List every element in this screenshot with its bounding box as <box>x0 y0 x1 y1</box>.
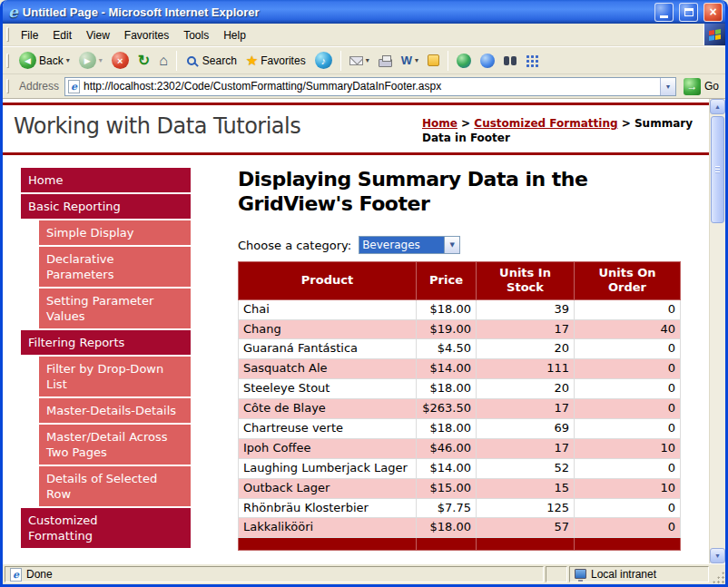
scroll-up-button[interactable]: ▲ <box>710 99 725 114</box>
menu-item-edit[interactable]: Edit <box>45 25 79 45</box>
address-dropdown-button[interactable]: ▼ <box>660 78 675 95</box>
sidebar-item-setting-parameter-values[interactable]: Setting Parameter Values <box>39 289 191 328</box>
footer-cell <box>477 538 575 551</box>
menu-item-view[interactable]: View <box>79 25 117 45</box>
back-dropdown-chevron-icon[interactable]: ▾ <box>66 56 70 64</box>
sidebar-item-master-details-details[interactable]: Master-Details-Details <box>39 398 191 423</box>
window-title: Untitled Page - Microsoft Internet Explo… <box>23 5 649 19</box>
table-cell: $46.00 <box>417 438 477 458</box>
category-selected-value: Beverages <box>359 237 444 253</box>
sidebar-item-home[interactable]: Home <box>21 168 191 192</box>
column-header-product: Product <box>239 262 417 300</box>
print-button[interactable] <box>375 53 396 69</box>
home-button[interactable]: ⌂ <box>155 52 172 70</box>
scrollbar-track[interactable] <box>710 114 725 548</box>
table-cell: 0 <box>575 379 681 399</box>
quick-launch-button[interactable] <box>522 53 542 69</box>
breadcrumb: Home > Customized Formatting > Summary D… <box>422 113 700 145</box>
mail-button[interactable]: ▾ <box>346 54 373 67</box>
go-arrow-icon: → <box>684 78 701 95</box>
globe-button[interactable] <box>453 52 475 70</box>
menubar-grip[interactable] <box>6 27 9 42</box>
go-label: Go <box>704 80 719 93</box>
menu-item-file[interactable]: File <box>14 25 45 45</box>
toolbar-grip[interactable] <box>6 54 9 68</box>
stop-button[interactable]: × <box>108 50 133 71</box>
mail-icon <box>349 56 363 65</box>
favorites-label: Favorites <box>261 54 305 67</box>
sidebar-item-simple-display[interactable]: Simple Display <box>39 220 191 245</box>
table-row: Chai$18.00390 <box>239 299 681 319</box>
forward-button[interactable]: ▶ ▾ <box>75 50 106 71</box>
sidebar-item-filtering-reports[interactable]: Filtering Reports <box>21 330 191 355</box>
table-row: Lakkalikööri$18.00570 <box>239 518 681 538</box>
close-button[interactable]: × <box>703 3 723 22</box>
table-cell: Lakkalikööri <box>239 518 417 538</box>
sidebar-item-basic-reporting[interactable]: Basic Reporting <box>21 194 191 219</box>
category-select[interactable]: Beverages ▼ <box>359 236 460 254</box>
sidebar-item-customized-formatting[interactable]: Customized Formatting <box>21 508 191 548</box>
edit-word-icon: W <box>401 54 412 67</box>
table-cell: 17 <box>477 319 575 339</box>
globe-icon <box>457 54 471 68</box>
menu-item-help[interactable]: Help <box>216 25 253 45</box>
research-button[interactable] <box>500 54 520 67</box>
edit-dropdown-chevron-icon[interactable]: ▾ <box>415 56 418 64</box>
table-row: Chang$19.001740 <box>239 319 681 339</box>
breadcrumb-separator: > <box>457 117 474 130</box>
favorites-button[interactable]: ★ Favorites <box>242 52 310 69</box>
addressbar-grip[interactable] <box>6 79 9 93</box>
table-cell: $263.50 <box>417 399 477 419</box>
table-cell: Chartreuse verte <box>239 419 417 439</box>
resize-grip[interactable] <box>712 571 724 583</box>
binoculars-icon <box>504 56 509 65</box>
scrollbar-thumb[interactable] <box>711 116 724 223</box>
media-button[interactable]: ♪ <box>311 50 336 71</box>
address-label: Address <box>19 80 59 93</box>
minimize-button[interactable] <box>654 3 674 22</box>
breadcrumb-link-customized-formatting[interactable]: Customized Formatting <box>474 117 617 130</box>
mail-dropdown-chevron-icon[interactable]: ▾ <box>366 56 369 64</box>
menu-item-favorites[interactable]: Favorites <box>117 25 176 45</box>
table-cell: 0 <box>575 498 681 518</box>
table-cell: $7.75 <box>417 498 477 518</box>
table-cell: 0 <box>575 458 681 478</box>
address-input[interactable]: e http://localhost:2302/Code/CustomForma… <box>64 77 676 96</box>
table-cell: 10 <box>575 478 681 498</box>
edit-button[interactable]: W ▾ <box>398 52 422 69</box>
table-row: Chartreuse verte$18.00690 <box>239 419 681 439</box>
toolbar-separator <box>176 51 177 71</box>
back-icon: ◀ <box>19 52 36 69</box>
category-dropdown-icon[interactable]: ▼ <box>444 237 459 253</box>
table-cell: 0 <box>575 299 681 319</box>
back-label: Back <box>39 54 64 67</box>
sidebar-item-filter-by-drop-down-list[interactable]: Filter by Drop-Down List <box>39 357 191 396</box>
breadcrumb-link-home[interactable]: Home <box>422 117 457 130</box>
web-page: Working with Data Tutorials Home > Custo… <box>3 99 709 563</box>
sidebar-item-declarative-parameters[interactable]: Declarative Parameters <box>39 247 191 287</box>
sidebar-item-master-detail-across-two-pages[interactable]: Master/Detail Across Two Pages <box>39 425 191 465</box>
scroll-down-button[interactable]: ▼ <box>710 548 725 563</box>
forward-dropdown-chevron-icon[interactable]: ▾ <box>99 56 103 64</box>
maximize-button[interactable] <box>679 3 698 22</box>
vertical-scrollbar[interactable]: ▲ ▼ <box>709 99 725 563</box>
refresh-button[interactable]: ↻ <box>134 52 153 70</box>
sidebar-item-details-of-selected-row[interactable]: Details of Selected Row <box>39 466 191 506</box>
menu-item-tools[interactable]: Tools <box>176 25 216 45</box>
table-cell: Guaraná Fantástica <box>239 339 417 359</box>
discuss-button[interactable] <box>424 53 443 68</box>
table-cell: $14.00 <box>417 458 477 478</box>
go-button[interactable]: → Go <box>682 78 721 95</box>
messenger-button[interactable] <box>477 52 498 70</box>
table-row: Rhönbräu Klosterbier$7.751250 <box>239 498 681 518</box>
security-zone-panel: Local intranet <box>569 566 709 582</box>
search-button[interactable]: Search <box>182 53 241 69</box>
home-icon: ⌂ <box>159 54 168 68</box>
browser-window: e Untitled Page - Microsoft Internet Exp… <box>0 0 728 587</box>
table-cell: 10 <box>575 438 681 458</box>
favorites-star-icon: ★ <box>246 54 258 67</box>
windows-logo-icon <box>703 24 725 45</box>
page-title: Displaying Summary Data in the GridView'… <box>238 168 680 216</box>
title-bar[interactable]: e Untitled Page - Microsoft Internet Exp… <box>3 0 725 24</box>
back-button[interactable]: ◀ Back ▾ <box>15 50 74 71</box>
